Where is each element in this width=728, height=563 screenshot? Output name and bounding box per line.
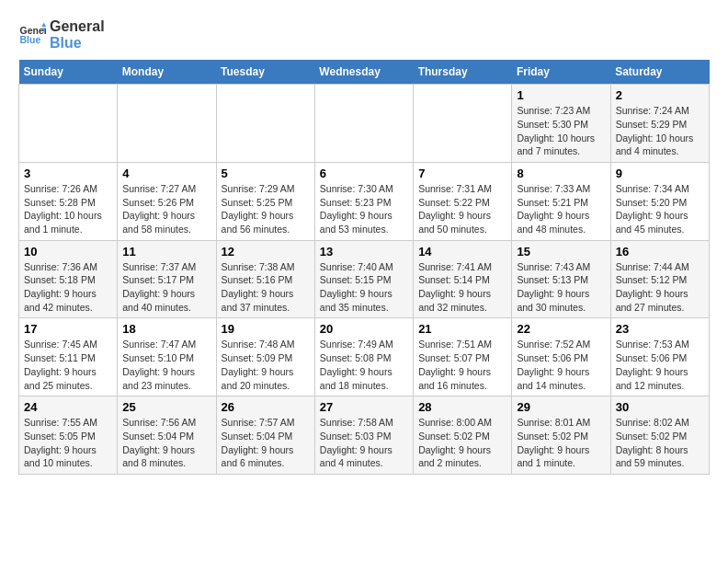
- day-number: 18: [122, 322, 210, 336]
- logo: General Blue General Blue: [18, 18, 105, 51]
- day-number: 30: [616, 400, 704, 414]
- day-number: 16: [616, 245, 704, 259]
- day-header-saturday: Saturday: [610, 60, 709, 85]
- day-cell: 30Sunrise: 8:02 AM Sunset: 5:02 PM Dayli…: [610, 396, 709, 475]
- day-header-sunday: Sunday: [19, 60, 118, 85]
- day-info: Sunrise: 7:23 AM Sunset: 5:30 PM Dayligh…: [517, 104, 605, 158]
- day-number: 21: [418, 322, 506, 336]
- day-info: Sunrise: 7:53 AM Sunset: 5:06 PM Dayligh…: [616, 338, 704, 392]
- day-info: Sunrise: 7:57 AM Sunset: 5:04 PM Dayligh…: [222, 416, 310, 470]
- day-number: 2: [616, 88, 704, 102]
- day-cell: 9Sunrise: 7:34 AM Sunset: 5:20 PM Daylig…: [610, 162, 709, 240]
- week-row-3: 10Sunrise: 7:36 AM Sunset: 5:18 PM Dayli…: [19, 240, 710, 318]
- day-header-friday: Friday: [512, 60, 610, 85]
- day-info: Sunrise: 7:34 AM Sunset: 5:20 PM Dayligh…: [616, 182, 704, 236]
- day-cell: 17Sunrise: 7:45 AM Sunset: 5:11 PM Dayli…: [19, 318, 118, 396]
- day-cell: 19Sunrise: 7:48 AM Sunset: 5:09 PM Dayli…: [216, 318, 314, 396]
- day-number: 6: [320, 167, 408, 180]
- day-info: Sunrise: 7:52 AM Sunset: 5:06 PM Dayligh…: [517, 338, 605, 392]
- day-info: Sunrise: 8:00 AM Sunset: 5:02 PM Dayligh…: [418, 416, 506, 470]
- day-cell: 25Sunrise: 7:56 AM Sunset: 5:04 PM Dayli…: [118, 396, 216, 475]
- day-info: Sunrise: 7:27 AM Sunset: 5:26 PM Dayligh…: [122, 182, 210, 236]
- day-info: Sunrise: 8:02 AM Sunset: 5:02 PM Dayligh…: [616, 416, 704, 470]
- day-number: 14: [418, 245, 506, 259]
- day-number: 19: [222, 322, 310, 336]
- day-cell: 1Sunrise: 7:23 AM Sunset: 5:30 PM Daylig…: [512, 85, 610, 163]
- day-info: Sunrise: 7:26 AM Sunset: 5:28 PM Dayligh…: [24, 182, 112, 236]
- day-number: 12: [222, 245, 310, 259]
- day-cell: 21Sunrise: 7:51 AM Sunset: 5:07 PM Dayli…: [414, 318, 512, 396]
- day-cell: 12Sunrise: 7:38 AM Sunset: 5:16 PM Dayli…: [216, 240, 314, 318]
- day-cell: [414, 85, 512, 163]
- day-cell: [19, 85, 118, 163]
- day-info: Sunrise: 7:36 AM Sunset: 5:18 PM Dayligh…: [24, 260, 112, 315]
- day-cell: 27Sunrise: 7:58 AM Sunset: 5:03 PM Dayli…: [314, 396, 413, 475]
- calendar-table: SundayMondayTuesdayWednesdayThursdayFrid…: [18, 60, 710, 475]
- day-number: 3: [24, 167, 112, 180]
- day-cell: 7Sunrise: 7:31 AM Sunset: 5:22 PM Daylig…: [414, 162, 512, 240]
- week-row-4: 17Sunrise: 7:45 AM Sunset: 5:11 PM Dayli…: [19, 318, 710, 396]
- day-info: Sunrise: 7:58 AM Sunset: 5:03 PM Dayligh…: [320, 416, 408, 470]
- day-info: Sunrise: 7:30 AM Sunset: 5:23 PM Dayligh…: [320, 182, 408, 236]
- day-info: Sunrise: 7:40 AM Sunset: 5:15 PM Dayligh…: [320, 260, 408, 315]
- day-number: 8: [517, 167, 605, 180]
- day-number: 10: [24, 245, 112, 259]
- day-info: Sunrise: 7:41 AM Sunset: 5:14 PM Dayligh…: [418, 260, 506, 315]
- week-row-5: 24Sunrise: 7:55 AM Sunset: 5:05 PM Dayli…: [19, 396, 710, 475]
- day-number: 22: [517, 322, 605, 336]
- day-cell: 13Sunrise: 7:40 AM Sunset: 5:15 PM Dayli…: [314, 240, 413, 318]
- day-number: 28: [418, 400, 506, 414]
- day-number: 7: [418, 167, 506, 180]
- day-info: Sunrise: 7:45 AM Sunset: 5:11 PM Dayligh…: [24, 338, 112, 392]
- day-info: Sunrise: 7:43 AM Sunset: 5:13 PM Dayligh…: [517, 260, 605, 315]
- day-number: 1: [517, 88, 605, 102]
- day-number: 15: [517, 245, 605, 259]
- day-number: 13: [320, 245, 408, 259]
- day-number: 17: [24, 322, 112, 336]
- day-cell: [118, 85, 216, 163]
- day-header-monday: Monday: [118, 60, 216, 85]
- day-cell: 11Sunrise: 7:37 AM Sunset: 5:17 PM Dayli…: [118, 240, 216, 318]
- day-cell: 6Sunrise: 7:30 AM Sunset: 5:23 PM Daylig…: [314, 162, 413, 240]
- day-cell: 3Sunrise: 7:26 AM Sunset: 5:28 PM Daylig…: [19, 162, 118, 240]
- day-cell: 23Sunrise: 7:53 AM Sunset: 5:06 PM Dayli…: [610, 318, 709, 396]
- day-cell: 15Sunrise: 7:43 AM Sunset: 5:13 PM Dayli…: [512, 240, 610, 318]
- day-info: Sunrise: 7:37 AM Sunset: 5:17 PM Dayligh…: [122, 260, 210, 315]
- day-info: Sunrise: 7:24 AM Sunset: 5:29 PM Dayligh…: [616, 104, 704, 158]
- day-number: 20: [320, 322, 408, 336]
- svg-text:Blue: Blue: [20, 34, 41, 45]
- day-cell: 20Sunrise: 7:49 AM Sunset: 5:08 PM Dayli…: [314, 318, 413, 396]
- calendar-header-row: SundayMondayTuesdayWednesdayThursdayFrid…: [19, 60, 710, 85]
- page-header: General Blue General Blue: [18, 18, 710, 51]
- day-number: 11: [122, 245, 210, 259]
- day-cell: 8Sunrise: 7:33 AM Sunset: 5:21 PM Daylig…: [512, 162, 610, 240]
- day-info: Sunrise: 8:01 AM Sunset: 5:02 PM Dayligh…: [517, 416, 605, 470]
- day-number: 23: [616, 322, 704, 336]
- day-info: Sunrise: 7:49 AM Sunset: 5:08 PM Dayligh…: [320, 338, 408, 392]
- day-cell: 18Sunrise: 7:47 AM Sunset: 5:10 PM Dayli…: [118, 318, 216, 396]
- day-cell: 28Sunrise: 8:00 AM Sunset: 5:02 PM Dayli…: [414, 396, 512, 475]
- day-cell: 5Sunrise: 7:29 AM Sunset: 5:25 PM Daylig…: [216, 162, 314, 240]
- day-info: Sunrise: 7:47 AM Sunset: 5:10 PM Dayligh…: [122, 338, 210, 392]
- day-header-tuesday: Tuesday: [216, 60, 314, 85]
- day-info: Sunrise: 7:55 AM Sunset: 5:05 PM Dayligh…: [24, 416, 112, 470]
- day-info: Sunrise: 7:29 AM Sunset: 5:25 PM Dayligh…: [222, 182, 310, 236]
- day-info: Sunrise: 7:31 AM Sunset: 5:22 PM Dayligh…: [418, 182, 506, 236]
- day-cell: 16Sunrise: 7:44 AM Sunset: 5:12 PM Dayli…: [610, 240, 709, 318]
- day-cell: [314, 85, 413, 163]
- day-info: Sunrise: 7:38 AM Sunset: 5:16 PM Dayligh…: [222, 260, 310, 315]
- day-number: 24: [24, 400, 112, 414]
- week-row-1: 1Sunrise: 7:23 AM Sunset: 5:30 PM Daylig…: [19, 85, 710, 163]
- day-cell: 22Sunrise: 7:52 AM Sunset: 5:06 PM Dayli…: [512, 318, 610, 396]
- day-info: Sunrise: 7:48 AM Sunset: 5:09 PM Dayligh…: [222, 338, 310, 392]
- day-number: 25: [122, 400, 210, 414]
- day-header-wednesday: Wednesday: [314, 60, 413, 85]
- day-cell: 24Sunrise: 7:55 AM Sunset: 5:05 PM Dayli…: [19, 396, 118, 475]
- day-cell: [216, 85, 314, 163]
- day-info: Sunrise: 7:51 AM Sunset: 5:07 PM Dayligh…: [418, 338, 506, 392]
- day-cell: 4Sunrise: 7:27 AM Sunset: 5:26 PM Daylig…: [118, 162, 216, 240]
- day-number: 29: [517, 400, 605, 414]
- day-number: 5: [222, 167, 310, 180]
- day-cell: 2Sunrise: 7:24 AM Sunset: 5:29 PM Daylig…: [610, 85, 709, 163]
- day-number: 4: [122, 167, 210, 180]
